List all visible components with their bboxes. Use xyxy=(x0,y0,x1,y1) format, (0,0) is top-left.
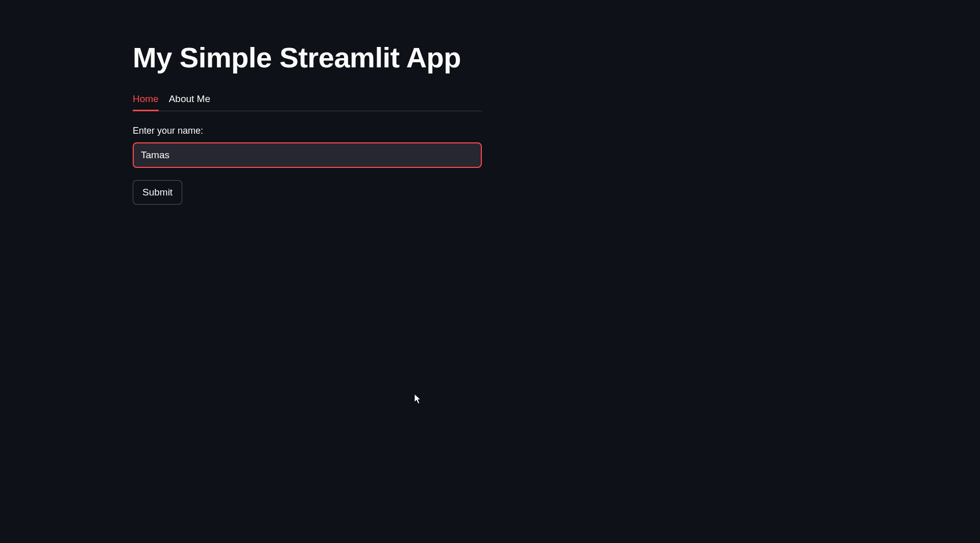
cursor-icon xyxy=(414,394,423,405)
submit-button[interactable]: Submit xyxy=(133,180,182,205)
tab-about-me[interactable]: About Me xyxy=(169,93,210,111)
name-input[interactable] xyxy=(133,142,482,168)
tab-home[interactable]: Home xyxy=(133,93,159,111)
tabs-container: Home About Me xyxy=(133,93,482,111)
page-title: My Simple Streamlit App xyxy=(133,41,482,74)
name-input-label: Enter your name: xyxy=(133,126,482,136)
